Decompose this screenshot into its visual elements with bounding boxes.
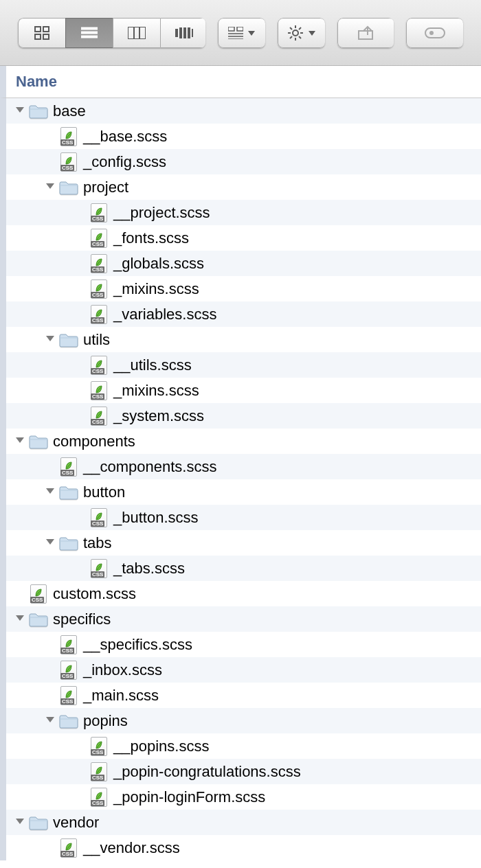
file-row[interactable]: CSS_main.scss [6, 683, 481, 708]
view-list-button[interactable] [65, 18, 113, 48]
file-label: __base.scss [83, 128, 167, 146]
file-row[interactable]: CSS_config.scss [6, 149, 481, 174]
file-label: _system.scss [113, 407, 204, 425]
svg-rect-33 [425, 28, 445, 38]
svg-rect-14 [192, 29, 193, 37]
disclosure-triangle-icon[interactable] [43, 332, 57, 347]
file-label: _popin-loginForm.scss [113, 788, 265, 806]
arrange-button[interactable] [218, 18, 265, 48]
file-row[interactable]: CSS_mixins.scss [6, 276, 481, 301]
file-label: _main.scss [83, 687, 159, 705]
svg-rect-0 [35, 27, 41, 32]
scss-file-icon: CSS [58, 687, 79, 704]
coverflow-icon [175, 27, 194, 39]
action-menu [278, 18, 325, 48]
disclosure-triangle-icon[interactable] [43, 179, 57, 195]
file-row[interactable]: CSS__utils.scss [6, 352, 481, 378]
svg-rect-12 [183, 27, 186, 38]
file-row[interactable]: CSS_mixins.scss [6, 378, 481, 403]
folder-label: utils [83, 331, 110, 349]
folder-row[interactable]: popins [6, 708, 481, 733]
folder-row[interactable]: button [6, 479, 481, 505]
disclosure-triangle-icon[interactable] [13, 103, 27, 119]
scss-file-icon: CSS [89, 306, 109, 323]
file-label: _config.scss [83, 153, 166, 171]
scss-file-icon: CSS [89, 738, 109, 755]
folder-label: components [53, 433, 135, 450]
file-row[interactable]: CSS__vendor.scss [6, 835, 481, 860]
folder-icon [28, 103, 49, 119]
view-coverflow-button[interactable] [160, 18, 205, 48]
folder-row[interactable]: components [6, 429, 481, 454]
scss-file-icon: CSS [58, 637, 79, 653]
file-row[interactable]: CSS_globals.scss [6, 251, 481, 276]
scss-file-icon: CSS [89, 205, 109, 221]
svg-rect-15 [228, 27, 234, 31]
gear-icon [287, 25, 304, 41]
file-row[interactable]: CSS__project.scss [6, 200, 481, 225]
disclosure-triangle-icon[interactable] [13, 814, 27, 830]
svg-rect-6 [81, 36, 98, 38]
scss-file-icon: CSS [89, 510, 109, 526]
svg-rect-11 [179, 27, 182, 38]
disclosure-triangle-icon[interactable] [13, 433, 27, 449]
file-label: _variables.scss [113, 306, 216, 323]
folder-row[interactable]: project [6, 174, 481, 200]
file-label: _tabs.scss [113, 560, 185, 578]
svg-rect-4 [81, 27, 98, 30]
file-row[interactable]: CSS__base.scss [6, 124, 481, 149]
view-icon-grid-button[interactable] [18, 18, 65, 48]
chevron-down-icon [308, 30, 316, 36]
toolbar [0, 0, 481, 66]
svg-point-21 [293, 30, 298, 36]
file-row[interactable]: CSScustom.scss [6, 581, 481, 606]
file-row[interactable]: CSS__components.scss [6, 454, 481, 479]
folder-row[interactable]: tabs [6, 530, 481, 556]
disclosure-triangle-icon[interactable] [43, 484, 57, 500]
tags-button[interactable] [406, 18, 463, 48]
file-row[interactable]: CSS_fonts.scss [6, 225, 481, 251]
scss-file-icon: CSS [28, 586, 49, 602]
folder-label: popins [83, 712, 128, 730]
column-header-name[interactable]: Name [0, 66, 481, 98]
folder-label: specifics [53, 610, 111, 628]
svg-rect-3 [43, 34, 49, 39]
folder-icon [58, 535, 79, 551]
share-button[interactable] [337, 18, 394, 48]
svg-line-26 [290, 27, 292, 30]
grid-icon [34, 26, 49, 40]
view-columns-button[interactable] [113, 18, 160, 48]
svg-rect-7 [128, 27, 146, 39]
folder-row[interactable]: utils [6, 327, 481, 352]
scss-file-icon: CSS [58, 662, 79, 678]
svg-rect-16 [237, 27, 243, 31]
folder-row[interactable]: vendor [6, 810, 481, 835]
disclosure-triangle-icon[interactable] [43, 713, 57, 729]
folder-label: base [53, 102, 86, 120]
file-row[interactable]: CSS_variables.scss [6, 301, 481, 327]
file-row[interactable]: CSS_system.scss [6, 403, 481, 429]
disclosure-triangle-icon[interactable] [43, 535, 57, 551]
tag-pill-icon [424, 27, 446, 39]
file-label: __vendor.scss [83, 839, 180, 857]
svg-line-27 [299, 36, 301, 38]
file-label: _popin-congratulations.scss [113, 763, 301, 781]
folder-row[interactable]: specifics [6, 606, 481, 632]
file-row[interactable]: CSS_tabs.scss [6, 556, 481, 581]
svg-marker-30 [309, 31, 315, 36]
action-button[interactable] [278, 18, 325, 48]
file-row[interactable]: CSS__specifics.scss [6, 632, 481, 657]
file-row[interactable]: CSS__popins.scss [6, 733, 481, 759]
scss-file-icon: CSS [89, 789, 109, 806]
scss-file-icon: CSS [58, 840, 79, 856]
file-row[interactable]: CSS_popin-loginForm.scss [6, 784, 481, 810]
file-row[interactable]: CSS_inbox.scss [6, 657, 481, 683]
scss-file-icon: CSS [58, 128, 79, 145]
file-row[interactable]: CSS_button.scss [6, 505, 481, 530]
file-tree: baseCSS__base.scssCSS_config.scssproject… [0, 98, 481, 860]
chevron-down-icon [247, 30, 256, 36]
disclosure-triangle-icon[interactable] [13, 611, 27, 627]
file-row[interactable]: CSS_popin-congratulations.scss [6, 759, 481, 784]
folder-row[interactable]: base [6, 98, 481, 124]
scss-file-icon: CSS [89, 357, 109, 374]
